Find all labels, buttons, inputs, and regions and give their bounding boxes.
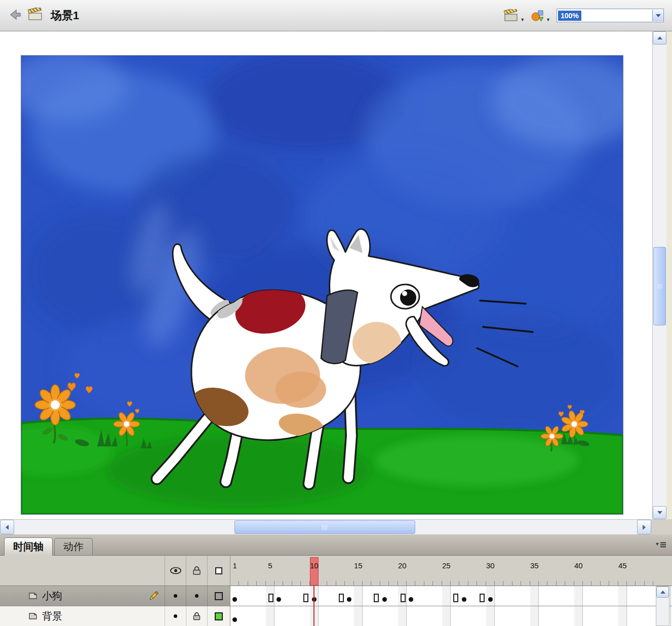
- edit-bar: 场景1 ▼ ▼ 100%: [0, 0, 672, 31]
- panel-tab-bar: 时间轴 动作: [0, 534, 672, 556]
- eye-icon: [170, 567, 182, 574]
- scroll-left-button[interactable]: [0, 520, 14, 534]
- visible-dot: [174, 594, 177, 598]
- lock-icon: [193, 612, 201, 620]
- stage-horizontal-scrollbar-row: [0, 519, 672, 534]
- lock-column-header[interactable]: [186, 556, 207, 586]
- visible-dot: [174, 614, 177, 618]
- scroll-down-button[interactable]: [653, 506, 666, 519]
- stage-canvas[interactable]: [21, 56, 623, 514]
- span-end-marker[interactable]: [339, 594, 344, 602]
- layer-background-color-square: [215, 612, 223, 620]
- scroll-up-button[interactable]: [653, 31, 666, 45]
- keyframe-dot[interactable]: [382, 597, 387, 602]
- pencil-icon: [142, 586, 165, 606]
- ruler-number: 1: [233, 561, 237, 570]
- timeline-header: 151015202530354045: [0, 556, 672, 586]
- back-arrow-icon[interactable]: [7, 9, 21, 23]
- flower-large: [35, 385, 75, 425]
- zoom-value: 100%: [558, 11, 581, 21]
- keyframe-dot[interactable]: [232, 597, 237, 602]
- stage-area: [0, 31, 672, 519]
- tab-timeline[interactable]: 时间轴: [4, 537, 53, 556]
- outline-column-header[interactable]: [207, 556, 230, 586]
- flash-authoring-window: 场景1 ▼ ▼ 100%: [0, 0, 672, 626]
- show-hide-column-header[interactable]: [165, 556, 186, 586]
- layer-row-background-controls[interactable]: 背景: [0, 606, 230, 626]
- panel-menu-icon[interactable]: [655, 541, 667, 551]
- span-end-marker[interactable]: [480, 594, 485, 602]
- edit-symbol-caret-icon: ▼: [546, 17, 550, 22]
- layer-icon: [28, 592, 38, 600]
- layer-dog-frames[interactable]: [230, 586, 672, 606]
- layer-background-lock-toggle[interactable]: [186, 606, 207, 626]
- layer-dog-lock-toggle[interactable]: [186, 586, 207, 606]
- timeline-scroll-up-button[interactable]: [656, 587, 669, 598]
- horizontal-scroll-track[interactable]: [14, 520, 637, 534]
- layer-background-visibility-toggle[interactable]: [165, 606, 186, 626]
- layer-icon: [28, 612, 38, 620]
- keyframe-dot[interactable]: [488, 597, 493, 602]
- layer-background-outline-toggle[interactable]: [207, 606, 230, 626]
- keyframe-dot[interactable]: [347, 597, 351, 602]
- layer-row-dog-controls[interactable]: 小狗: [0, 586, 230, 606]
- vertical-scroll-track[interactable]: [653, 45, 666, 506]
- edit-scene-caret-icon: ▼: [520, 17, 525, 22]
- layer-background-frames[interactable]: [230, 606, 672, 626]
- tab-actions-label: 动作: [63, 540, 84, 554]
- zoom-combobox[interactable]: 100%: [557, 9, 664, 22]
- tab-actions[interactable]: 动作: [54, 538, 93, 555]
- ruler-number: 10: [310, 561, 319, 570]
- layer-dog-outline-toggle[interactable]: [207, 586, 230, 606]
- unlocked-dot: [195, 594, 199, 598]
- ruler-number: 5: [268, 561, 272, 570]
- ruler-number: 30: [486, 561, 495, 570]
- window-right-edge: [666, 31, 672, 519]
- span-end-marker[interactable]: [303, 594, 308, 602]
- clapperboard-icon: [27, 8, 44, 24]
- edit-symbol-button[interactable]: ▼: [531, 9, 550, 22]
- scroll-right-button[interactable]: [637, 520, 651, 534]
- ruler-number: 45: [618, 561, 627, 570]
- lock-icon: [192, 566, 201, 575]
- span-end-marker[interactable]: [453, 594, 458, 602]
- ruler-number: 35: [530, 561, 539, 570]
- layer-dog-color-square: [215, 592, 223, 600]
- layer-name-background: 背景: [42, 609, 142, 623]
- stage-vertical-scrollbar[interactable]: [652, 31, 666, 519]
- horizontal-scroll-thumb[interactable]: [234, 520, 415, 534]
- ruler-number: 25: [442, 561, 451, 570]
- layer-name-dog: 小狗: [42, 589, 142, 603]
- ruler-number: 40: [574, 561, 583, 570]
- frame-ruler[interactable]: 151015202530354045: [230, 556, 656, 586]
- layer-dog-visibility-toggle[interactable]: [165, 586, 186, 606]
- ruler-number: 20: [398, 561, 407, 570]
- ruler-number: 15: [354, 561, 363, 570]
- keyframe-dot[interactable]: [462, 597, 466, 602]
- pasteboard[interactable]: [0, 31, 652, 519]
- tab-timeline-label: 时间轴: [13, 540, 44, 554]
- keyframe-dot[interactable]: [276, 597, 281, 602]
- span-end-marker[interactable]: [374, 594, 379, 602]
- playhead-line[interactable]: [313, 586, 314, 626]
- timeline-vertical-scrollbar[interactable]: [656, 586, 669, 626]
- edit-scene-button[interactable]: ▼: [504, 9, 525, 22]
- layer-controls-header: [0, 556, 230, 586]
- stage-horizontal-scrollbar[interactable]: [0, 519, 651, 534]
- vertical-scroll-thumb[interactable]: [653, 247, 666, 325]
- zoom-dropdown-button[interactable]: [652, 10, 663, 21]
- keyframe-dot[interactable]: [232, 617, 237, 622]
- span-end-marker[interactable]: [401, 594, 406, 602]
- scene-name-label: 场景1: [51, 8, 79, 23]
- keyframe-dot[interactable]: [409, 597, 413, 602]
- scrollbar-corner: [651, 519, 672, 534]
- layer-row-dog[interactable]: 小狗: [0, 586, 672, 606]
- outline-square-icon: [215, 567, 222, 574]
- layer-row-background[interactable]: 背景: [0, 606, 672, 626]
- timeline-layers: 小狗: [0, 586, 672, 626]
- span-end-marker[interactable]: [268, 594, 273, 602]
